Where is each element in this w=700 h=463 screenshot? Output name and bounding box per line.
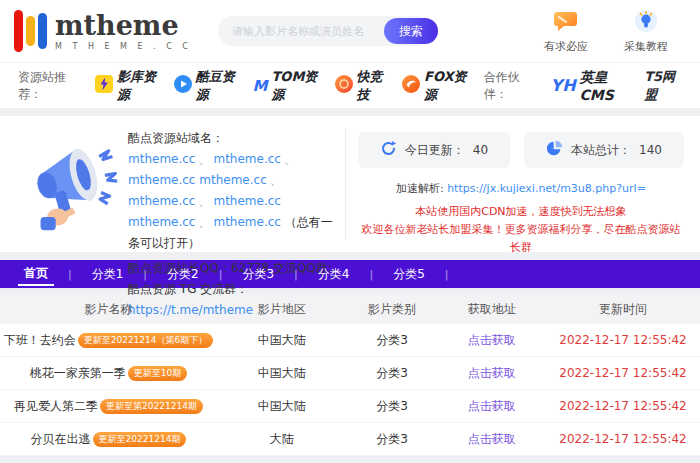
site-kudou[interactable]: 酷豆资源	[174, 68, 238, 104]
update-time: 2022-12-17 12:55:42	[546, 399, 700, 413]
movie-category: 分类3	[347, 332, 438, 349]
partner-yinghuang-cms[interactable]: YH 英皇CMS	[551, 69, 630, 103]
movie-region: 中国大陆	[217, 332, 347, 349]
partner-t5[interactable]: T5网盟	[644, 68, 682, 104]
domain-separator: 、	[195, 152, 213, 166]
quick-link-label: 有求必应	[544, 39, 588, 54]
site-name: 影库资源	[117, 68, 159, 104]
nav-item-cat3[interactable]: 分类3	[236, 264, 280, 285]
chat-bubble-icon	[553, 9, 579, 36]
update-badge: 更新至第20221214期	[100, 399, 203, 414]
col-header-category: 影片类别	[347, 301, 438, 318]
quick-link-label: 采集教程	[624, 39, 668, 54]
table-header-row: 影片名称 影片地区 影片类别 获取地址 更新时间	[0, 294, 700, 324]
site-logo[interactable]: mtheme M T H E M E . C C	[14, 9, 192, 53]
domain-link[interactable]: mtheme.cc	[213, 152, 280, 166]
play-circle-icon	[174, 75, 192, 96]
site-fox[interactable]: FOX资源	[402, 68, 469, 104]
stat-label: 今日更新：	[405, 142, 465, 159]
stat-today-updates: 今日更新： 40	[358, 132, 510, 168]
site-name: 快竞技	[357, 68, 388, 104]
update-badge: 更新至20221214（第6期下）	[78, 333, 214, 348]
movie-title[interactable]: 分贝在出逃	[31, 431, 91, 448]
recommend-label: 资源站推荐：	[18, 69, 80, 103]
get-address-link[interactable]: 点击获取	[468, 398, 516, 415]
nav-item-home[interactable]: 首页	[18, 263, 54, 286]
main-nav: 首页 | 分类1 | 分类2 | 分类3 | 分类4 | 分类5 |	[0, 260, 700, 288]
site-name: TOM资源	[271, 68, 319, 104]
header-quick-links: 有求必应 采集教程	[544, 9, 686, 54]
lightning-icon	[95, 75, 113, 96]
movie-title[interactable]: 下班！去约会	[4, 332, 76, 349]
nav-item-cat2[interactable]: 分类2	[161, 264, 205, 285]
domain-link[interactable]: mtheme.cc mtheme.cc	[128, 173, 267, 187]
parse-url-link[interactable]: https://jx.kujiexi.net/m3u8.php?url=	[447, 182, 646, 195]
vertical-divider	[345, 128, 346, 240]
nav-item-cat1[interactable]: 分类1	[86, 264, 130, 285]
movie-title[interactable]: 再见爱人第二季	[14, 398, 98, 415]
stat-value: 140	[639, 143, 662, 157]
movie-region: 大陆	[217, 431, 347, 448]
col-header-address: 获取地址	[438, 301, 547, 318]
movie-category: 分类3	[347, 431, 438, 448]
nav-item-cat5[interactable]: 分类5	[387, 264, 431, 285]
movie-category: 分类3	[347, 365, 438, 382]
domain-separator: 、	[195, 215, 213, 229]
header: mtheme M T H E M E . C C 搜索 有求必应	[0, 0, 700, 62]
domain-links: mtheme.cc、mtheme.cc、mtheme.cc mtheme.cc、…	[128, 149, 333, 254]
movie-title[interactable]: 桃花一家亲第一季	[30, 365, 126, 382]
nav-separator: |	[143, 268, 147, 281]
get-address-link[interactable]: 点击获取	[468, 431, 516, 448]
search-bar: 搜索	[218, 16, 432, 46]
nav-separator: |	[369, 268, 373, 281]
update-time: 2022-12-17 12:55:42	[546, 366, 700, 380]
col-header-name: 影片名称	[0, 301, 217, 318]
quick-link-ask[interactable]: 有求必应	[544, 9, 588, 54]
parse-label: 加速解析:	[396, 182, 444, 195]
table-row: 再见爱人第二季 更新至第20221214期 中国大陆 分类3 点击获取 2022…	[0, 390, 700, 423]
site-tom[interactable]: M TOM资源	[253, 68, 320, 104]
table-row: 桃花一家亲第一季 更新至10期 中国大陆 分类3 点击获取 2022-12-17…	[0, 357, 700, 390]
logo-title: mtheme	[55, 12, 192, 39]
stat-label: 本站总计：	[571, 142, 631, 159]
site-yingku[interactable]: 影库资源	[95, 68, 159, 104]
contact-line: 酷点资源站长QQ：62778 交流QQ群: 酷点资源 TG 交流群：	[128, 258, 333, 300]
update-time: 2022-12-17 12:55:42	[546, 432, 700, 446]
movie-region: 中国大陆	[217, 398, 347, 415]
update-badge: 更新至10期	[128, 366, 187, 381]
nav-separator: |	[294, 268, 298, 281]
partner-label: 合作伙伴：	[484, 69, 536, 103]
lightbulb-icon	[633, 9, 659, 36]
table-row: 分贝在出逃 更新至20221214期 大陆 分类3 点击获取 2022-12-1…	[0, 423, 700, 456]
domain-link[interactable]: mtheme.cc	[128, 152, 195, 166]
movie-region: 中国大陆	[217, 365, 347, 382]
quick-link-tutorial[interactable]: 采集教程	[624, 9, 668, 54]
nav-item-cat4[interactable]: 分类4	[312, 264, 356, 285]
site-name: FOX资源	[424, 68, 469, 104]
site-kuaijingji[interactable]: 快竞技	[335, 68, 388, 104]
col-header-region: 影片地区	[217, 301, 347, 318]
search-button[interactable]: 搜索	[384, 18, 438, 44]
get-address-link[interactable]: 点击获取	[468, 332, 516, 349]
update-time: 2022-12-17 12:55:42	[546, 333, 700, 347]
notice-right: 今日更新： 40 本站总计： 140 加速解析: https://jx.kuji…	[358, 128, 684, 240]
domain-link[interactable]: mtheme.cc	[128, 194, 195, 208]
megaphone-illustration	[16, 128, 120, 240]
table-row: 下班！去约会 更新至20221214（第6期下） 中国大陆 分类3 点击获取 2…	[0, 324, 700, 357]
stat-value: 40	[473, 143, 488, 157]
notice-card: 酷点资源站域名： mtheme.cc、mtheme.cc、mtheme.cc m…	[0, 116, 700, 252]
recommend-bar: 资源站推荐： 影库资源 酷豆资源 M TOM资源	[0, 62, 700, 108]
domain-separator: 、	[267, 173, 285, 187]
movie-table: 影片名称 影片地区 影片类别 获取地址 更新时间 下班！去约会 更新至20221…	[0, 294, 700, 456]
logo-bars-icon	[14, 9, 47, 53]
col-header-updated: 更新时间	[546, 301, 700, 318]
domain-title: 酷点资源站域名：	[128, 128, 333, 149]
nav-separator: |	[219, 268, 223, 281]
yh-logo-icon: YH	[551, 76, 576, 95]
notice-line-2: 欢迎各位新老站长加盟采集！更多资源福利分享，尽在酷点资源站长群	[358, 221, 684, 257]
domain-link[interactable]: mtheme.cc	[213, 215, 280, 229]
get-address-link[interactable]: 点击获取	[468, 365, 516, 382]
m-letter-icon: M	[253, 77, 268, 95]
nav-separator: |	[68, 268, 72, 281]
domain-separator: 、	[281, 152, 299, 166]
